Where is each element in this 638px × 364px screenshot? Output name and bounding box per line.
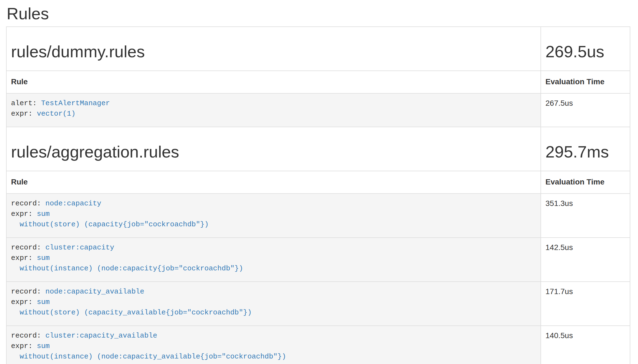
evaluation-time-value: 351.3us	[541, 194, 630, 238]
rule-row: record: cluster:capacity expr: sum witho…	[6, 238, 630, 282]
page-content: Rules rules/dummy.rules 269.5us Rule Eva…	[0, 4, 638, 364]
evaluation-time-value: 140.5us	[541, 326, 630, 364]
rule-cell: alert: TestAlertManager expr: vector(1)	[6, 93, 541, 127]
record-name-link[interactable]: cluster:capacity_available	[45, 332, 157, 340]
rule-keyword: record:	[11, 287, 41, 296]
rule-cell: record: cluster:capacity_available expr:…	[6, 326, 541, 364]
expr-keyword: expr:	[11, 342, 33, 350]
column-header-row: Rule Evaluation Time	[6, 71, 630, 93]
rule-expr-link[interactable]: vector(1)	[37, 110, 75, 118]
record-name-link[interactable]: cluster:capacity	[45, 243, 114, 252]
group-file-name: rules/dummy.rules	[11, 42, 536, 61]
rule-cell: record: node:capacity expr: sum without(…	[6, 194, 541, 238]
rule-group-header-row: rules/aggregation.rules 295.7ms	[6, 127, 630, 171]
alert-name-link[interactable]: TestAlertManager	[41, 99, 110, 107]
rule-column-header: Rule	[6, 171, 541, 194]
rule-text: alert: TestAlertManager expr: vector(1)	[11, 98, 536, 119]
rule-cell: record: cluster:capacity expr: sum witho…	[6, 238, 541, 282]
column-header-row: Rule Evaluation Time	[6, 171, 630, 194]
evaluation-time-value: 267.5us	[541, 93, 630, 127]
rule-keyword: record:	[11, 199, 41, 208]
rule-text: record: cluster:capacity_available expr:…	[11, 330, 536, 362]
rule-row: record: node:capacity_available expr: su…	[6, 282, 630, 326]
expr-keyword: expr:	[11, 210, 33, 218]
group-file-cell: rules/dummy.rules	[6, 27, 541, 71]
rule-row: alert: TestAlertManager expr: vector(1) …	[6, 93, 630, 127]
record-name-link[interactable]: node:capacity_available	[45, 287, 144, 296]
group-file-cell: rules/aggregation.rules	[6, 127, 541, 171]
rule-expr-link[interactable]: sum without(store) (capacity_available{j…	[11, 298, 252, 317]
rule-text: record: node:capacity expr: sum without(…	[11, 198, 536, 230]
rule-expr-link[interactable]: sum without(instance) (node:capacity_ava…	[11, 342, 286, 361]
evaluation-time-value: 171.7us	[541, 282, 630, 326]
group-evaluation-total-cell: 269.5us	[541, 27, 630, 71]
evaluation-time-value: 142.5us	[541, 238, 630, 282]
rule-expr-link[interactable]: sum without(store) (capacity{job="cockro…	[11, 210, 209, 229]
rule-keyword: record:	[11, 243, 41, 252]
group-file-name: rules/aggregation.rules	[11, 143, 536, 161]
record-name-link[interactable]: node:capacity	[45, 199, 101, 208]
rules-table: rules/dummy.rules 269.5us Rule Evaluatio…	[6, 26, 630, 364]
rule-expr-link[interactable]: sum without(instance) (node:capacity{job…	[11, 254, 243, 273]
expr-keyword: expr:	[11, 298, 33, 306]
evaluation-time-column-header: Evaluation Time	[541, 171, 630, 194]
rule-keyword: alert:	[11, 99, 37, 107]
rule-group-header-row: rules/dummy.rules 269.5us	[6, 27, 630, 71]
rule-cell: record: node:capacity_available expr: su…	[6, 282, 541, 326]
group-evaluation-total-cell: 295.7ms	[541, 127, 630, 171]
group-evaluation-total: 295.7ms	[545, 143, 625, 161]
rule-row: record: cluster:capacity_available expr:…	[6, 326, 630, 364]
rule-row: record: node:capacity expr: sum without(…	[6, 194, 630, 238]
rules-page: Rules rules/dummy.rules 269.5us Rule Eva…	[0, 4, 638, 364]
group-evaluation-total: 269.5us	[545, 42, 625, 61]
expr-keyword: expr:	[11, 110, 33, 118]
evaluation-time-column-header: Evaluation Time	[541, 71, 630, 93]
page-title: Rules	[7, 4, 632, 23]
rule-column-header: Rule	[6, 71, 541, 93]
rule-text: record: node:capacity_available expr: su…	[11, 286, 536, 318]
expr-keyword: expr:	[11, 254, 33, 262]
rule-text: record: cluster:capacity expr: sum witho…	[11, 242, 536, 274]
rule-keyword: record:	[11, 332, 41, 340]
